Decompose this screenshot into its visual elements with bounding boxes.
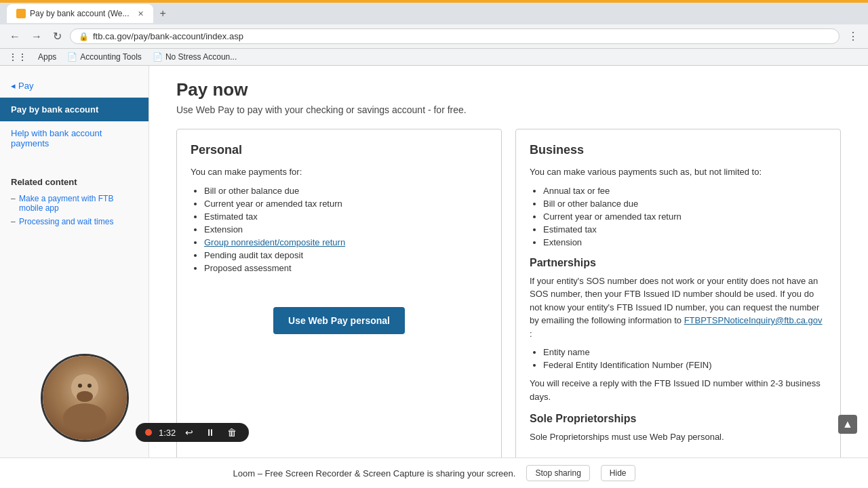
webcam-overlay bbox=[41, 354, 129, 442]
browser-nav-bar: ← → ↻ 🔒 ftb.ca.gov/pay/bank-account/inde… bbox=[0, 24, 868, 49]
scroll-up-button[interactable]: ▲ bbox=[838, 415, 857, 434]
url-text: ftb.ca.gov/pay/bank-account/index.asp bbox=[93, 31, 243, 41]
list-item: Estimated tax bbox=[543, 224, 827, 235]
sidebar-back-label: Pay bbox=[18, 81, 33, 91]
composite-return-link[interactable]: Group nonresident/composite return bbox=[204, 237, 345, 247]
list-item: Extension bbox=[543, 237, 827, 247]
related-link-mobile-app-label: Make a payment with FTB mobile app bbox=[19, 194, 113, 213]
webcam-placeholder bbox=[43, 356, 127, 440]
svg-point-2 bbox=[78, 384, 82, 388]
use-web-pay-personal-button[interactable]: Use Web Pay personal bbox=[273, 307, 405, 334]
sidebar-item-help-bank[interactable]: Help with bank account payments bbox=[0, 121, 149, 155]
partnerships-email-link[interactable]: FTBPTSPNoticeInquiry@ftb.ca.gov bbox=[684, 315, 823, 325]
loom-hide-button[interactable]: Hide bbox=[601, 465, 635, 481]
recording-pause-btn[interactable]: ⏸ bbox=[203, 427, 218, 438]
main-content: Pay now Use Web Pay to pay with your che… bbox=[149, 66, 868, 488]
related-content-section: Related content Make a payment with FTB … bbox=[0, 166, 149, 236]
bookmark-nostress[interactable]: 📄 No Stress Accoun... bbox=[153, 52, 237, 62]
recording-bar: 1:32 ↩ ⏸ 🗑 bbox=[136, 423, 249, 442]
personal-card-title: Personal bbox=[191, 143, 488, 157]
bookmark-apps[interactable]: Apps bbox=[38, 52, 56, 62]
tab-title: Pay by bank account (We... bbox=[30, 9, 130, 18]
list-item: Federal Entity Identification Number (FE… bbox=[543, 360, 827, 370]
back-arrow-icon: ◂ bbox=[11, 81, 16, 91]
page-wrapper: ◂ Pay Pay by bank account Help with bank… bbox=[0, 66, 868, 488]
list-item: Bill or other balance due bbox=[543, 199, 827, 209]
personal-card-desc: You can make payments for: bbox=[191, 165, 488, 179]
business-card-desc: You can make various payments such as, b… bbox=[530, 165, 827, 179]
list-item: Current year or amended tax return bbox=[204, 199, 488, 209]
partnerships-heading: Partnerships bbox=[530, 257, 827, 269]
lock-icon: 🔒 bbox=[79, 32, 89, 41]
sidebar-back-link[interactable]: ◂ Pay bbox=[0, 77, 149, 98]
related-link-processing-label: Processing and wait times bbox=[19, 217, 113, 226]
sole-prop-heading: Sole Proprietorships bbox=[530, 413, 827, 425]
related-content-title: Related content bbox=[11, 177, 138, 187]
recording-dot bbox=[145, 429, 152, 436]
list-item: Annual tax or fee bbox=[543, 186, 827, 196]
bookmark-icon-nostress: 📄 bbox=[153, 52, 163, 62]
address-bar[interactable]: 🔒 ftb.ca.gov/pay/bank-account/index.asp bbox=[70, 28, 840, 44]
list-item: Extension bbox=[204, 224, 488, 235]
list-item: Bill or other balance due bbox=[204, 186, 488, 196]
sidebar-item-pay-by-bank[interactable]: Pay by bank account bbox=[0, 98, 149, 121]
svg-point-3 bbox=[87, 384, 92, 388]
related-link-processing[interactable]: Processing and wait times bbox=[11, 217, 138, 226]
page-subtitle: Use Web Pay to pay with your checking or… bbox=[176, 104, 841, 115]
personal-payments-list: Bill or other balance due Current year o… bbox=[204, 186, 488, 273]
bookmark-apps-label: Apps bbox=[38, 52, 56, 62]
sole-prop-text: Sole Proprietorships must use Web Pay pe… bbox=[530, 430, 827, 444]
list-item: Entity name bbox=[543, 347, 827, 357]
webcam-person-svg bbox=[51, 364, 119, 432]
loom-text: Loom – Free Screen Recorder & Screen Cap… bbox=[233, 468, 516, 479]
new-tab-button[interactable]: + bbox=[156, 7, 170, 20]
composite-return-link-label: Group nonresident/composite return bbox=[204, 237, 345, 247]
partnerships-info-list: Entity name Federal Entity Identificatio… bbox=[543, 347, 827, 370]
apps-grid-icon: ⋮⋮ bbox=[8, 52, 27, 62]
recording-time: 1:32 bbox=[159, 428, 176, 438]
forward-button[interactable]: → bbox=[28, 30, 45, 43]
partnerships-reply-text: You will receive a reply with the FTB Is… bbox=[530, 377, 827, 403]
partnerships-email: FTBPTSPNoticeInquiry@ftb.ca.gov bbox=[684, 315, 823, 325]
list-item: Current year or amended tax return bbox=[543, 211, 827, 222]
cards-row: Personal You can make payments for: Bill… bbox=[176, 129, 841, 488]
sidebar-item-help-bank-label: Help with bank account payments bbox=[11, 128, 102, 148]
loom-notification-bar: Loom – Free Screen Recorder & Screen Cap… bbox=[0, 458, 868, 488]
business-card-title: Business bbox=[530, 143, 827, 157]
bookmark-icon-accounting: 📄 bbox=[67, 52, 77, 62]
active-tab[interactable]: Pay by bank account (We... ✕ bbox=[7, 4, 153, 23]
business-card: Business You can make various payments s… bbox=[515, 129, 841, 488]
loom-stop-sharing-button[interactable]: Stop sharing bbox=[526, 465, 589, 481]
bookmark-accounting[interactable]: 📄 Accounting Tools bbox=[67, 52, 142, 62]
business-payments-list: Annual tax or fee Bill or other balance … bbox=[543, 186, 827, 247]
list-item: Estimated tax bbox=[204, 211, 488, 222]
svg-point-1 bbox=[63, 403, 106, 432]
list-item: Pending audit tax deposit bbox=[204, 250, 488, 260]
reload-button[interactable]: ↻ bbox=[50, 30, 64, 43]
back-button[interactable]: ← bbox=[7, 30, 23, 43]
browser-tab-bar: Pay by bank account (We... ✕ + bbox=[0, 3, 868, 24]
list-item: Proposed assessment bbox=[204, 263, 488, 273]
tab-favicon bbox=[16, 9, 26, 18]
bookmark-accounting-label: Accounting Tools bbox=[80, 52, 142, 62]
svg-point-4 bbox=[77, 391, 93, 402]
page-title: Pay now bbox=[176, 79, 841, 100]
bookmarks-bar: ⋮⋮ Apps 📄 Accounting Tools 📄 No Stress A… bbox=[0, 49, 868, 66]
related-link-mobile-app[interactable]: Make a payment with FTB mobile app bbox=[11, 194, 138, 213]
list-item-composite: Group nonresident/composite return bbox=[204, 237, 488, 247]
partnerships-text: If your entity's SOS number does not wor… bbox=[530, 274, 827, 341]
sidebar-item-pay-by-bank-label: Pay by bank account bbox=[11, 104, 98, 115]
recording-rewind-btn[interactable]: ↩ bbox=[182, 427, 196, 438]
recording-stop-btn[interactable]: 🗑 bbox=[224, 427, 239, 438]
tab-close-btn[interactable]: ✕ bbox=[138, 9, 144, 18]
bookmark-nostress-label: No Stress Accoun... bbox=[165, 52, 237, 62]
extensions-btn[interactable]: ⋮ bbox=[845, 30, 861, 43]
